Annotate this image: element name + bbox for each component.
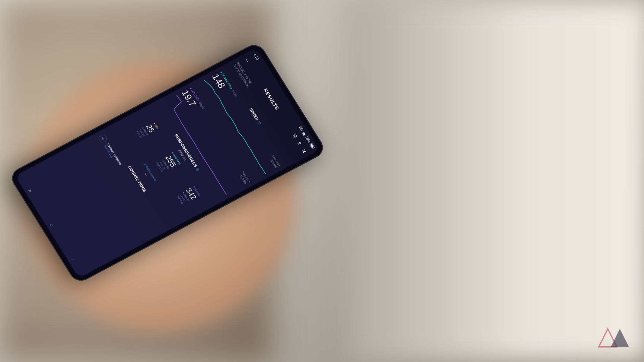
background-light	[347, 0, 644, 362]
watermark-logo	[596, 323, 632, 353]
info-icon[interactable]: ⓘ	[257, 121, 261, 125]
home-icon[interactable]: ○	[48, 223, 55, 228]
copy-icon[interactable]: ⎘	[291, 134, 298, 139]
status-time: 4:10	[252, 52, 260, 60]
recents-icon[interactable]: ≡	[27, 189, 33, 193]
back-nav-icon[interactable]: ‹	[70, 257, 75, 261]
close-icon[interactable]: ✕	[300, 148, 308, 154]
signal-icon	[301, 131, 307, 135]
back-icon[interactable]: ←	[243, 56, 252, 65]
battery-icon	[309, 143, 315, 149]
status-battery: 75%	[304, 135, 311, 143]
share-icon[interactable]: ⇪	[295, 140, 303, 147]
status-network: 5G	[298, 126, 304, 132]
info-icon[interactable]: ⓘ	[195, 167, 199, 172]
network-5g-icon: 5G	[97, 133, 108, 144]
